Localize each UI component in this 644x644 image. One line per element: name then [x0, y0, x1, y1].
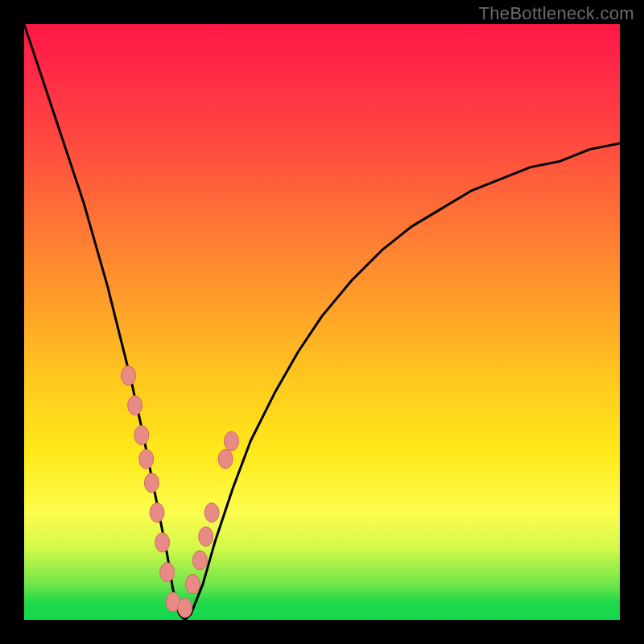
marker-dot: [192, 551, 207, 570]
marker-dot: [128, 396, 142, 415]
marker-dot: [204, 503, 219, 522]
watermark-text: TheBottleneck.com: [479, 3, 634, 24]
marker-dot: [218, 449, 233, 469]
marker-dot: [225, 431, 239, 451]
marker-dot: [160, 563, 175, 582]
marker-dot: [144, 473, 159, 493]
marker-dot: [150, 503, 164, 522]
marker-dot: [199, 526, 213, 546]
marker-dot: [122, 366, 136, 386]
marker-dot: [178, 598, 192, 617]
marker-dot: [155, 533, 170, 552]
marker-dot: [185, 575, 200, 594]
plot-area: [24, 24, 620, 620]
curve-layer: [24, 24, 620, 620]
marker-dot: [134, 426, 149, 445]
highlighted-points: [122, 366, 239, 618]
chart-frame: TheBottleneck.com: [0, 0, 644, 644]
marker-dot: [139, 449, 154, 469]
bottleneck-curve: [24, 24, 620, 620]
